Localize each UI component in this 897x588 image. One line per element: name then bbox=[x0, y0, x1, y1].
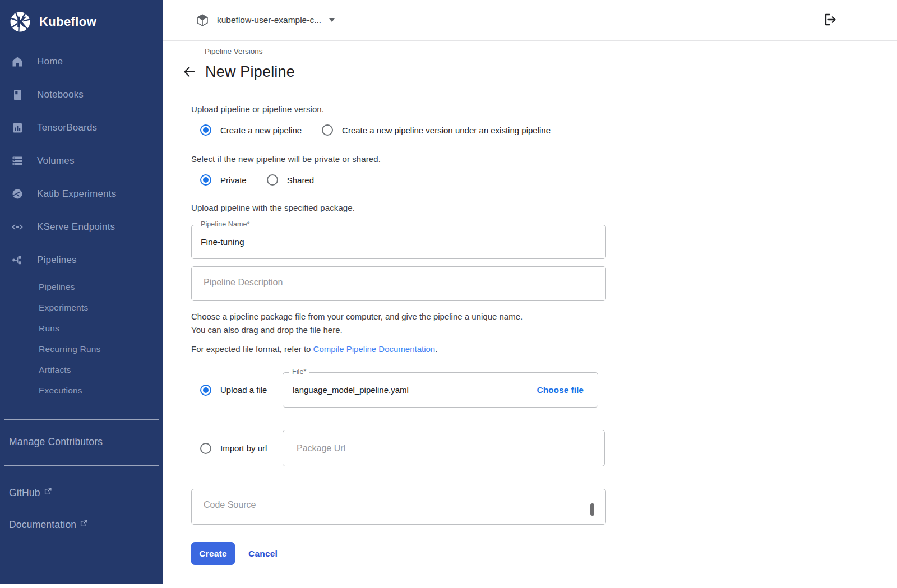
sidebar-item-volumes[interactable]: Volumes bbox=[0, 144, 163, 177]
create-button[interactable]: Create bbox=[191, 542, 235, 565]
page-title: New Pipeline bbox=[205, 63, 295, 81]
app-title: Kubeflow bbox=[39, 15, 96, 29]
code-source-field bbox=[191, 489, 606, 525]
sidebar: Kubeflow Home Notebooks TensorBoards Vol… bbox=[0, 0, 163, 584]
sidebar-item-notebooks[interactable]: Notebooks bbox=[0, 78, 163, 111]
import-url-row: Import by url bbox=[191, 430, 897, 466]
cancel-button[interactable]: Cancel bbox=[248, 549, 278, 559]
pipeline-name-label: Pipeline Name* bbox=[198, 220, 253, 228]
choose-file-button[interactable]: Choose file bbox=[537, 385, 584, 395]
sidebar-item-tensorboards[interactable]: TensorBoards bbox=[0, 111, 163, 144]
code-source-input[interactable] bbox=[192, 489, 605, 524]
sidebar-subitem-recurring-runs[interactable]: Recurring Runs bbox=[0, 339, 163, 359]
package-url-field bbox=[283, 430, 605, 466]
sidebar-subitem-executions[interactable]: Executions bbox=[0, 380, 163, 401]
back-button[interactable] bbox=[182, 64, 197, 80]
sidebar-subitem-artifacts[interactable]: Artifacts bbox=[0, 359, 163, 380]
radio-shared[interactable] bbox=[267, 174, 278, 186]
radio-upload-file[interactable] bbox=[200, 385, 211, 396]
pipeline-name-field: Pipeline Name* bbox=[191, 225, 606, 259]
file-name-value: language_model_pipeline.yaml bbox=[293, 385, 537, 395]
notebook-icon bbox=[11, 88, 24, 101]
sidebar-item-katib-experiments[interactable]: Katib Experiments bbox=[0, 177, 163, 210]
radio-private[interactable] bbox=[200, 174, 211, 186]
logout-button[interactable] bbox=[821, 11, 839, 29]
sidebar-subitem-pipelines[interactable]: Pipelines bbox=[0, 276, 163, 297]
new-pipeline-form: Upload pipeline or pipeline version. Cre… bbox=[163, 91, 897, 565]
form-actions: Create Cancel bbox=[191, 542, 897, 565]
main-area: kubeflow-user-example-c... Pipeline Vers… bbox=[163, 0, 897, 588]
pipeline-type-radio-group: Create a new pipeline Create a new pipel… bbox=[191, 124, 897, 136]
sidebar-item-pipelines[interactable]: Pipelines bbox=[0, 243, 163, 276]
manage-contributors-link[interactable]: Manage Contributors bbox=[0, 436, 163, 448]
visibility-radio-group: Private Shared bbox=[191, 174, 897, 186]
sidebar-divider bbox=[4, 419, 159, 420]
pipelines-subnav: Pipelines Experiments Runs Recurring Run… bbox=[0, 276, 163, 403]
radio-import-by-url[interactable] bbox=[200, 443, 211, 454]
breadcrumb: Pipeline Versions bbox=[205, 47, 897, 55]
sidebar-item-home[interactable]: Home bbox=[0, 45, 163, 78]
package-icon bbox=[195, 13, 210, 27]
documentation-link[interactable]: Documentation bbox=[0, 519, 163, 531]
bar-chart-icon bbox=[11, 121, 24, 135]
package-url-input[interactable] bbox=[283, 430, 604, 466]
scrollbar-thumb[interactable] bbox=[590, 503, 594, 516]
upload-type-instruction: Upload pipeline or pipeline version. bbox=[191, 104, 897, 114]
file-field: File* language_model_pipeline.yaml Choos… bbox=[283, 372, 598, 408]
page-header: Pipeline Versions New Pipeline bbox=[163, 41, 897, 91]
topbar: kubeflow-user-example-c... bbox=[163, 0, 897, 41]
chevron-down-icon bbox=[329, 18, 335, 22]
app-logo[interactable]: Kubeflow bbox=[0, 0, 163, 44]
pipeline-name-input[interactable] bbox=[192, 225, 605, 258]
sidebar-subitem-runs[interactable]: Runs bbox=[0, 318, 163, 339]
namespace-selector[interactable]: kubeflow-user-example-c... bbox=[195, 13, 335, 27]
logout-icon bbox=[821, 11, 838, 28]
external-link-icon bbox=[44, 488, 52, 495]
pipeline-description-field bbox=[191, 266, 606, 301]
sidebar-divider bbox=[4, 465, 159, 466]
namespace-label: kubeflow-user-example-c... bbox=[217, 15, 321, 25]
pipelines-icon bbox=[11, 253, 24, 267]
storage-icon bbox=[11, 154, 24, 168]
back-arrow-icon bbox=[182, 64, 197, 79]
endpoints-icon bbox=[11, 220, 24, 234]
compile-pipeline-documentation-link[interactable]: Compile Pipeline Documentation bbox=[313, 344, 436, 354]
radio-create-new-pipeline[interactable] bbox=[200, 124, 211, 136]
package-help-text: Choose a pipeline package file from your… bbox=[191, 310, 897, 337]
kubeflow-logo-icon bbox=[8, 10, 32, 34]
package-instruction: Upload pipeline with the specified packa… bbox=[191, 203, 897, 212]
radio-create-pipeline-version[interactable] bbox=[322, 124, 333, 136]
github-link[interactable]: GitHub bbox=[0, 487, 163, 499]
upload-file-row: Upload a file File* language_model_pipel… bbox=[191, 372, 897, 408]
external-link-icon bbox=[80, 520, 87, 527]
sidebar-subitem-experiments[interactable]: Experiments bbox=[0, 297, 163, 318]
sidebar-item-kserve-endpoints[interactable]: KServe Endpoints bbox=[0, 210, 163, 243]
pipeline-description-input[interactable] bbox=[192, 267, 605, 300]
file-format-help: For expected file format, refer to Compi… bbox=[191, 344, 897, 354]
home-icon bbox=[11, 55, 24, 68]
sidebar-nav: Home Notebooks TensorBoards Volumes Kati… bbox=[0, 45, 163, 403]
visibility-instruction: Select if the new pipeline will be priva… bbox=[191, 154, 897, 164]
experiment-icon bbox=[11, 187, 24, 201]
file-field-label: File* bbox=[289, 368, 309, 376]
